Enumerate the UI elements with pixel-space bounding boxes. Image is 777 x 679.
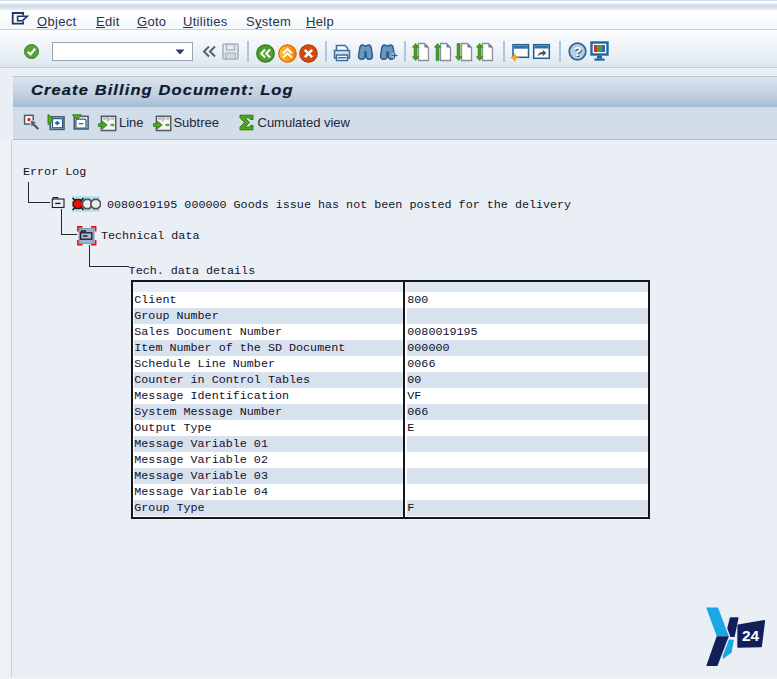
svg-text:24: 24	[742, 627, 760, 644]
svg-text:?: ?	[573, 44, 581, 59]
